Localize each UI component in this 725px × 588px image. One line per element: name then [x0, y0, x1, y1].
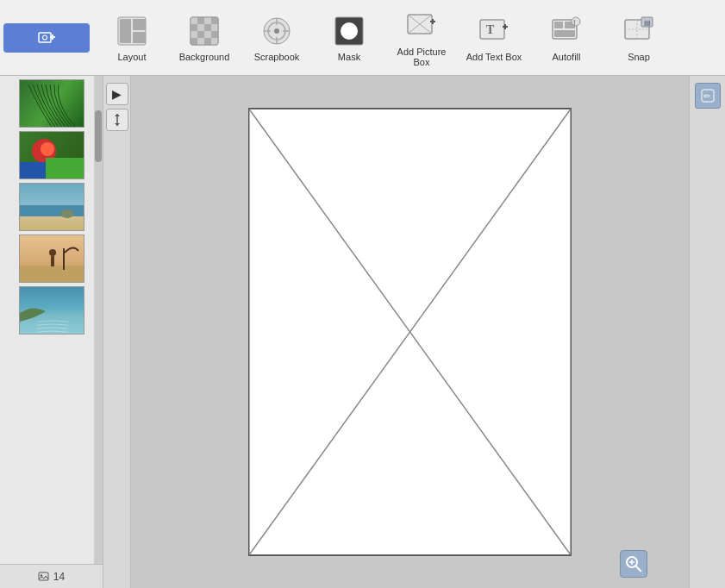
svg-rect-19	[204, 31, 211, 38]
layout-icon	[115, 14, 149, 48]
scrapbook-label: Scrapbook	[254, 52, 300, 62]
zoom-icon	[625, 555, 642, 572]
svg-rect-0	[39, 33, 51, 42]
svg-rect-45	[554, 22, 563, 28]
svg-rect-13	[191, 24, 197, 31]
svg-text:T: T	[486, 23, 495, 36]
svg-rect-47	[554, 30, 575, 37]
svg-point-56	[41, 574, 42, 576]
background-icon	[187, 14, 222, 48]
add-text-box-icon: T	[477, 14, 511, 48]
swap-icon	[110, 113, 124, 127]
autofill-icon: !	[549, 14, 584, 48]
add-photos-icon	[38, 31, 55, 45]
svg-rect-12	[211, 17, 218, 24]
photo-thumb-beach[interactable]	[19, 183, 84, 231]
edit-icon: ✏	[700, 88, 716, 103]
svg-point-34	[341, 22, 358, 40]
svg-rect-20	[211, 31, 218, 38]
scrollbar-thumb[interactable]	[95, 110, 102, 162]
expand-button[interactable]: ▶	[106, 83, 128, 105]
svg-rect-10	[197, 17, 204, 24]
svg-rect-16	[211, 24, 218, 31]
canvas-area	[131, 76, 689, 588]
arrow-right-icon: ▶	[112, 87, 122, 101]
toolbar-scrapbook-button[interactable]: Scrapbook	[241, 3, 312, 72]
main-area: 14 ▶	[0, 76, 725, 588]
toolbar-add-text-box-button[interactable]: T Add Text Box	[459, 3, 529, 72]
toolbar-mask-button[interactable]: Mask	[314, 3, 384, 72]
svg-line-62	[636, 566, 641, 572]
picture-box[interactable]	[248, 108, 572, 556]
svg-rect-24	[211, 38, 218, 45]
edit-button[interactable]: ✏	[695, 83, 721, 109]
snap-icon: ▤	[622, 14, 656, 48]
mask-icon	[332, 14, 366, 48]
svg-rect-11	[204, 17, 211, 24]
photo-list	[0, 76, 103, 564]
svg-rect-7	[133, 32, 146, 43]
svg-rect-6	[133, 19, 146, 30]
svg-rect-15	[204, 24, 211, 31]
picture-box-placeholder	[249, 109, 571, 555]
photos-icon	[38, 571, 50, 583]
sidebar-footer: 14	[0, 564, 103, 588]
sidebar: 14	[0, 76, 103, 588]
svg-point-1	[43, 35, 47, 40]
svg-rect-22	[197, 38, 204, 45]
mask-label: Mask	[338, 52, 360, 62]
photo-thumb-ocean[interactable]	[19, 286, 84, 335]
right-panel: ✏	[689, 76, 725, 588]
scrapbook-icon	[259, 14, 294, 48]
snap-label: Snap	[628, 52, 650, 62]
swap-button[interactable]	[106, 109, 128, 131]
toolbar-snap-button[interactable]: ▤ Snap	[603, 3, 674, 72]
toolbar-background-button[interactable]: Background	[169, 3, 240, 72]
svg-rect-55	[39, 572, 48, 580]
layout-label: Layout	[117, 52, 146, 62]
toolbar-add-picture-box-button[interactable]: Add Picture Box	[386, 3, 457, 72]
photo-thumb-parrot[interactable]	[19, 131, 84, 179]
add-picture-box-label: Add Picture Box	[390, 47, 453, 67]
photo-thumb-silhouette[interactable]	[19, 235, 84, 283]
photo-count: 14	[53, 571, 65, 583]
photo-thumb-fern[interactable]	[19, 79, 84, 128]
svg-rect-23	[204, 38, 211, 45]
svg-rect-9	[191, 17, 197, 24]
add-text-box-label: Add Text Box	[466, 52, 522, 62]
add-photos-button[interactable]: 📷+	[3, 23, 90, 53]
mid-controls: ▶	[103, 76, 131, 588]
toolbar: 📷+ Layout	[0, 0, 725, 76]
scrollbar-track[interactable]	[94, 76, 103, 564]
svg-text:▤: ▤	[644, 19, 651, 27]
svg-text:✏: ✏	[703, 91, 711, 101]
svg-point-32	[274, 28, 279, 34]
svg-rect-17	[191, 31, 197, 38]
zoom-button[interactable]	[620, 550, 647, 578]
background-label: Background	[179, 52, 230, 62]
autofill-label: Autofill	[552, 52, 580, 62]
svg-rect-14	[197, 24, 204, 31]
add-picture-box-icon	[404, 9, 439, 43]
svg-rect-5	[120, 19, 131, 43]
svg-rect-18	[197, 31, 204, 38]
toolbar-autofill-button[interactable]: ! Autofill	[531, 3, 602, 72]
svg-rect-21	[191, 38, 197, 45]
svg-text:!: !	[573, 18, 576, 27]
toolbar-layout-button[interactable]: Layout	[97, 3, 167, 72]
